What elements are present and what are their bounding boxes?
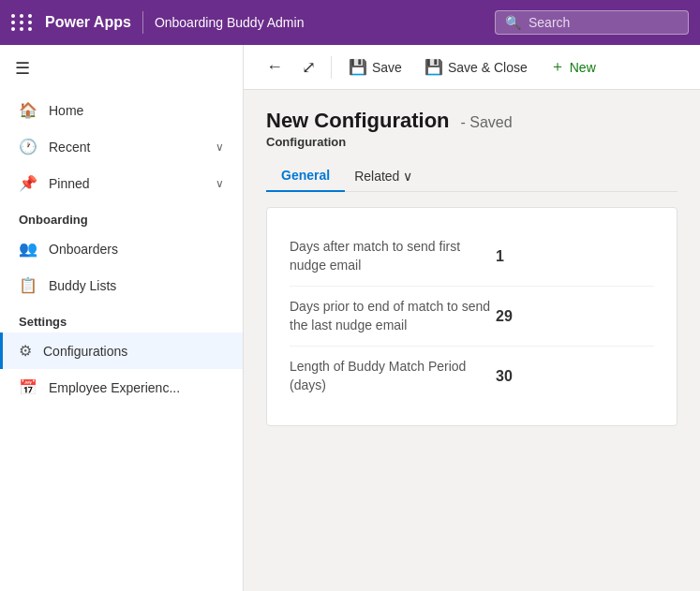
search-input[interactable] xyxy=(529,15,678,30)
sidebar-item-onboarders-label: Onboarders xyxy=(49,242,224,257)
toolbar-divider-1 xyxy=(331,56,332,79)
toolbar: ← ⤢ 💾 Save 💾 Save & Close ＋ New xyxy=(244,45,700,90)
save-button[interactable]: 💾 Save xyxy=(339,52,411,81)
settings-section-header: Settings xyxy=(0,303,243,332)
match-period-label: Length of Buddy Match Period (days) xyxy=(290,358,496,394)
save-icon: 💾 xyxy=(349,58,367,76)
brand-label: Power Apps xyxy=(45,14,131,31)
search-icon: 🔍 xyxy=(505,15,521,30)
new-button[interactable]: ＋ New xyxy=(541,52,605,82)
save-close-button[interactable]: 💾 Save & Close xyxy=(415,52,537,81)
sidebar-item-home[interactable]: 🏠 Home xyxy=(0,92,243,128)
sidebar-item-recent-label: Recent xyxy=(49,140,204,155)
page-title-area: New Configuration - Saved Configuration xyxy=(266,109,678,149)
sidebar: ☰ 🏠 Home 🕐 Recent ∨ 📌 Pinned ∨ Onboardin… xyxy=(0,45,244,591)
form-row-nudge-days: Days after match to send first nudge ema… xyxy=(290,227,654,287)
expand-button[interactable]: ⤢ xyxy=(294,52,323,83)
onboarding-section-header: Onboarding xyxy=(0,201,243,230)
pinned-icon: 📌 xyxy=(19,174,37,192)
match-period-value: 30 xyxy=(496,368,552,385)
sidebar-item-buddy-lists-label: Buddy Lists xyxy=(49,278,224,293)
form-row-match-period: Length of Buddy Match Period (days) 30 xyxy=(290,347,654,406)
last-nudge-days-value: 29 xyxy=(496,308,552,325)
sidebar-item-employee-experience[interactable]: 📅 Employee Experienc... xyxy=(0,369,243,406)
tab-general[interactable]: General xyxy=(266,160,345,192)
sidebar-item-pinned[interactable]: 📌 Pinned ∨ xyxy=(0,165,243,201)
form-row-last-nudge-days: Days prior to end of match to send the l… xyxy=(290,287,654,347)
sidebar-item-onboarders[interactable]: 👥 Onboarders xyxy=(0,230,243,267)
save-close-icon: 💾 xyxy=(424,58,443,76)
sidebar-item-pinned-label: Pinned xyxy=(49,176,204,191)
save-close-label: Save & Close xyxy=(448,60,528,75)
sidebar-item-buddy-lists[interactable]: 📋 Buddy Lists xyxy=(0,267,243,303)
waffle-icon[interactable] xyxy=(11,14,34,31)
page-subtitle: Configuration xyxy=(266,135,678,149)
tab-bar: General Related ∨ xyxy=(266,160,678,192)
buddy-lists-icon: 📋 xyxy=(19,276,37,294)
last-nudge-days-label: Days prior to end of match to send the l… xyxy=(290,298,496,334)
page-title: New Configuration xyxy=(266,109,450,132)
main-layout: ☰ 🏠 Home 🕐 Recent ∨ 📌 Pinned ∨ Onboardin… xyxy=(0,45,700,591)
nudge-days-label: Days after match to send first nudge ema… xyxy=(290,238,496,274)
tab-related[interactable]: Related ∨ xyxy=(345,161,422,191)
app-name-label: Onboarding Buddy Admin xyxy=(155,15,305,30)
nudge-days-value: 1 xyxy=(496,248,552,265)
employee-experience-icon: 📅 xyxy=(19,378,37,396)
home-icon: 🏠 xyxy=(19,101,37,119)
search-box[interactable]: 🔍 xyxy=(495,10,689,35)
recent-icon: 🕐 xyxy=(19,138,37,155)
save-label: Save xyxy=(372,60,402,75)
sidebar-item-employee-experience-label: Employee Experienc... xyxy=(49,380,224,395)
top-nav: Power Apps Onboarding Buddy Admin 🔍 xyxy=(0,0,700,45)
nav-divider xyxy=(142,11,143,34)
sidebar-item-home-label: Home xyxy=(49,103,224,118)
pinned-chevron-icon: ∨ xyxy=(216,177,224,190)
new-label: New xyxy=(570,60,596,75)
related-chevron-icon: ∨ xyxy=(403,169,412,184)
sidebar-item-recent[interactable]: 🕐 Recent ∨ xyxy=(0,128,243,165)
sidebar-item-configurations-label: Configurations xyxy=(43,344,224,359)
page-status: - Saved xyxy=(460,114,512,130)
main-content: ← ⤢ 💾 Save 💾 Save & Close ＋ New New Conf… xyxy=(244,45,700,591)
form-card: Days after match to send first nudge ema… xyxy=(266,207,678,426)
new-icon: ＋ xyxy=(550,57,565,77)
back-button[interactable]: ← xyxy=(259,52,290,82)
hamburger-menu[interactable]: ☰ xyxy=(0,45,243,92)
recent-chevron-icon: ∨ xyxy=(216,140,224,154)
page-content: New Configuration - Saved Configuration … xyxy=(244,90,700,591)
sidebar-item-configurations[interactable]: ⚙ Configurations xyxy=(0,332,243,369)
configurations-icon: ⚙ xyxy=(19,342,32,360)
onboarders-icon: 👥 xyxy=(19,240,37,258)
